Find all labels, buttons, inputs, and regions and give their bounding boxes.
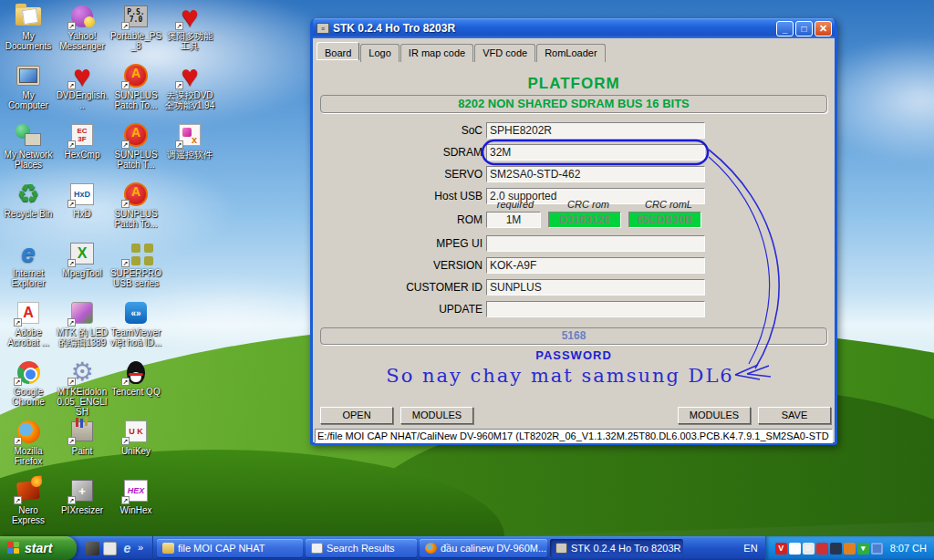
tray-antivirus-icon[interactable]: V [775,543,787,555]
tab-strip: Board Logo IR map code VFD code RomLoade… [313,38,835,60]
system-tray: V K ☺ ▾ 8:07 CH [765,536,934,560]
desktop-icon-dvd-tool[interactable]: ♥ 去误挍DVD全功能v1.94 [163,63,216,110]
update-input[interactable] [486,301,705,317]
desktop-icon-multitool[interactable]: ♥ 煲阳多功能工具 [163,4,216,51]
close-button[interactable]: ✕ [815,21,832,36]
tray-download-icon[interactable]: ▾ [857,543,869,555]
desktop-icon-nero-express[interactable]: Nero Express [2,478,55,525]
servo-label: SERVO [320,168,486,181]
maximize-button[interactable]: □ [795,21,813,36]
title-bar[interactable]: ≡ STK 0.2.4 Ho Tro 8203R _ □ ✕ [313,18,835,38]
desktop-icon-superpro[interactable]: SUPERPRO USB series [109,241,162,288]
required-header: required [486,199,545,210]
update-label: UPDATE [320,303,486,316]
minimize-button[interactable]: _ [776,21,794,36]
desktop-icon-remote-software[interactable]: 调遥控软件 [163,122,216,160]
internet-explorer-icon: e [21,240,35,268]
start-button[interactable]: start [0,536,77,560]
crc-rom-input[interactable]: D3163126 [548,212,621,228]
tab-logo[interactable]: Logo [360,44,399,62]
tray-shield-icon[interactable] [816,543,828,555]
field-mpeg-ui: MPEG UI [320,235,705,252]
desktop-icon-adobe-acrobat[interactable]: A Adobe Acrobat ... [2,300,55,347]
taskbar-buttons: file MOI CAP NHAT Search Results đầu cal… [153,536,736,560]
firefox-icon [425,543,437,554]
taskbar-button-folder[interactable]: file MOI CAP NHAT [157,539,303,557]
desktop-icon-recycle-bin[interactable]: ♻ Recycle Bin [2,181,55,219]
desktop-icon-mtkeidolon[interactable]: ⚙ MTKEidolon 0.05_ENGLISH [56,359,109,417]
desktop-icon-sunplus-patch-3[interactable]: A SUNPLUS Patch To... [109,181,162,229]
tray-messenger-icon[interactable]: ☺ [803,543,815,555]
desktop-icon-winhex[interactable]: HEX WinHex [109,478,162,515]
desktop-icon-unikey[interactable]: U K UniKey [109,419,162,456]
version-input[interactable]: KOK-A9F [486,257,705,274]
taskbar-clock[interactable]: 8:07 CH [885,543,927,554]
teamviewer-icon: «» [125,302,147,324]
desktop-icon-my-network-places[interactable]: My Network Places [2,122,55,170]
field-update: UPDATE [320,301,705,317]
taskbar-button-firefox[interactable]: đầu calinew DV-960M... [420,539,547,557]
tray-security-icon[interactable]: K [789,543,801,555]
desktop-icon-mtk-led[interactable]: MTK 的 LED 的编辑1389 [56,300,109,347]
mpeg-ui-label: MPEG UI [320,237,486,250]
desktop-icon-portable-ps[interactable]: P.S.7.0 Portable_PS_8 [109,4,162,51]
desktop-icon-yahoo-messenger[interactable]: Yahoo! Messenger [56,4,109,51]
rom-label: ROM [320,213,486,226]
tray-volume-icon[interactable] [844,543,856,555]
desktop-icon-dvdenglish[interactable]: ♥ DVDEnglish... [56,63,109,110]
heart-icon: ♥ [74,63,91,88]
desktop-icon-internet-explorer[interactable]: e Internet Explorer [2,241,55,288]
heart-icon: ♥ [182,63,199,88]
windows-flag-icon [7,542,20,555]
platform-bus-box: 8202 NON SHARED SDRAM BUS 16 BITS [320,95,827,113]
sdram-input[interactable]: 32M [486,144,705,161]
desktop-icon-google-chrome[interactable]: Google Chrome [2,359,55,407]
code-box: 5168 [320,327,827,345]
modules-left-button[interactable]: MODULES [400,407,473,424]
desktop-icon-sunplus-patch-1[interactable]: A SUNPLUS Patch To... [109,63,162,110]
desktop-icon-hexcmp[interactable]: EC 3F HexCmp [56,122,109,160]
customer-id-label: CUSTOMER ID [320,281,486,294]
customer-id-input[interactable]: SUNPLUS [486,279,705,296]
soc-input[interactable]: SPHE8202R [486,122,705,139]
save-button[interactable]: SAVE [758,407,831,424]
desktop-icon-pixresizer[interactable]: + PIXresizer [56,478,109,515]
desktop-icon-paint[interactable]: Paint [56,419,109,456]
quick-launch-ie-icon[interactable]: e [120,542,134,555]
tab-ir-map-code[interactable]: IR map code [400,44,473,62]
rom-required-input[interactable]: 1M [486,212,541,228]
crc-roml-header: CRC romL [628,199,709,210]
tab-vfd-code[interactable]: VFD code [474,44,535,62]
modules-right-button[interactable]: MODULES [678,407,751,424]
desktop-icon-my-documents[interactable]: My Documents [2,4,55,51]
tab-romloader[interactable]: RomLoader [536,44,605,62]
tab-board[interactable]: Board [317,42,359,60]
desktop-icon-hxd[interactable]: HxD HxD [56,181,109,219]
icon-label: My Documents [2,31,55,51]
desktop-icon-mozilla-firefox[interactable]: Mozilla Firefox [2,419,55,466]
crc-roml-input[interactable]: 65EDB30B [628,212,701,228]
stk-app-icon [555,543,567,554]
window-title: STK 0.2.4 Ho Tro 8203R [333,22,774,35]
recycle-bin-icon: ♻ [16,181,39,207]
qq-penguin-icon [127,361,145,384]
desktop-icon-sunplus-patch-2[interactable]: A SUNPLUS Patch T... [109,122,162,170]
open-button[interactable]: OPEN [320,407,393,424]
desktop-icon-mpegtool[interactable]: X MpegTool [56,241,109,278]
quick-launch-camera-icon[interactable] [86,542,99,555]
mpeg-ui-input[interactable] [486,235,705,252]
field-rom: ROM 1M D3163126 65EDB30B [320,212,701,228]
desktop-icon-tencent-qq[interactable]: Tencent QQ [109,359,162,397]
tray-app-icon[interactable] [830,543,842,555]
taskbar-button-stk[interactable]: STK 0.2.4 Ho Tro 8203R [550,539,683,557]
desktop-icon-my-computer[interactable]: My Computer [2,63,55,110]
taskbar-button-search-results[interactable]: Search Results [306,539,417,557]
quick-launch-expand-chevron[interactable]: » [138,542,147,555]
tray-display-icon[interactable] [871,543,883,555]
quick-launch-document-icon[interactable] [103,542,117,555]
desktop-icon-teamviewer[interactable]: «» TeamViewer việt hoá ID... [109,300,162,347]
field-customer-id: CUSTOMER ID SUNPLUS [320,279,705,296]
servo-input[interactable]: SM2SA0-STD-462 [486,166,705,182]
handwritten-note: So nay chay mat samsung DL6 [313,365,807,387]
language-indicator[interactable]: EN [736,543,764,554]
